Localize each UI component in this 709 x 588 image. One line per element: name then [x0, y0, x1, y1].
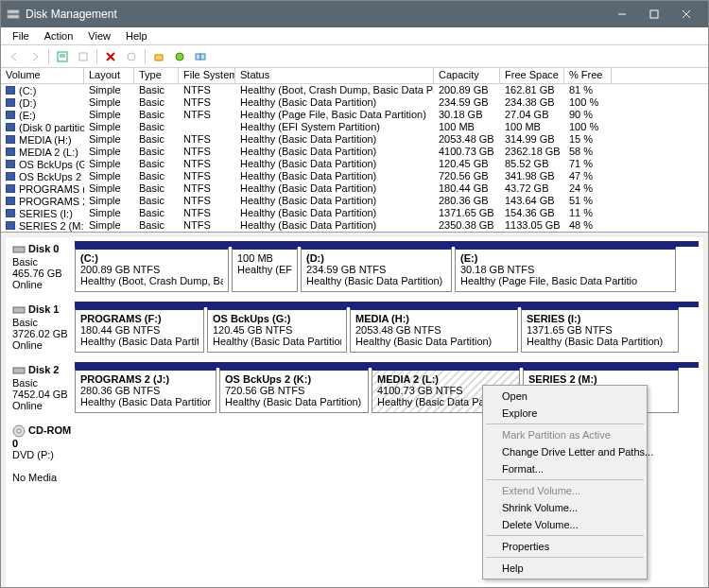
table-row[interactable]: PROGRAMS 2 (J:) SimpleBasicNTFSHealthy (…: [1, 195, 708, 207]
svg-rect-0: [8, 10, 19, 14]
volume-icon: [6, 123, 15, 131]
table-row[interactable]: MEDIA 2 (L:) SimpleBasicNTFSHealthy (Bas…: [1, 146, 708, 158]
cdrom-icon: [12, 424, 26, 438]
menu-action[interactable]: Action: [37, 28, 81, 43]
partition[interactable]: MEDIA (H:)2053.48 GB NTFSHealthy (Basic …: [350, 307, 518, 353]
refresh-button[interactable]: [53, 47, 72, 66]
table-row[interactable]: SERIES (I:) SimpleBasicNTFSHealthy (Basi…: [1, 207, 708, 219]
partition[interactable]: (D:)234.59 GB NTFSHealthy (Basic Data Pa…: [301, 247, 452, 292]
col-filesystem[interactable]: File System: [179, 68, 235, 83]
table-row[interactable]: SERIES 2 (M:) SimpleBasicNTFSHealthy (Ba…: [1, 219, 708, 232]
volume-icon: [6, 135, 15, 144]
col-status[interactable]: Status: [235, 68, 434, 83]
toolbar-divider: [96, 49, 97, 64]
svg-rect-15: [196, 54, 200, 60]
delete-button[interactable]: [101, 47, 120, 66]
disk-icon: [12, 303, 26, 317]
table-row[interactable]: OS BckUps 2 (K:) SimpleBasicNTFSHealthy …: [1, 170, 708, 182]
svg-point-21: [17, 429, 21, 433]
ctx-delete[interactable]: Delete Volume...: [485, 516, 645, 533]
disk-icon: [12, 364, 26, 377]
ctx-properties[interactable]: Properties: [485, 538, 645, 555]
volume-icon: [6, 111, 15, 119]
partition[interactable]: OS BckUps 2 (K:)720.56 GB NTFSHealthy (B…: [219, 368, 369, 413]
menu-file[interactable]: File: [5, 28, 37, 43]
window-title: Disk Management: [26, 8, 606, 21]
svg-rect-13: [155, 55, 163, 61]
table-header: Volume Layout Type File System Status Ca…: [1, 68, 708, 84]
table-row[interactable]: (Disk 0 partition 2) SimpleBasicHealthy …: [1, 121, 708, 133]
partition[interactable]: PROGRAMS 2 (J:)280.36 GB NTFSHealthy (Ba…: [75, 368, 216, 413]
toolbar-btn-9[interactable]: [191, 47, 210, 66]
back-button[interactable]: [5, 47, 24, 66]
ctx-shrink[interactable]: Shrink Volume...: [485, 499, 645, 516]
forward-button[interactable]: [26, 47, 44, 66]
menu-view[interactable]: View: [80, 28, 118, 43]
toolbar-btn-8[interactable]: [170, 47, 189, 66]
svg-rect-19: [13, 368, 25, 373]
partition[interactable]: 100 MBHealthy (EFI Sy: [232, 247, 298, 292]
svg-rect-18: [13, 307, 25, 313]
app-icon: [7, 8, 20, 21]
partition[interactable]: OS BckUps (G:)120.45 GB NTFSHealthy (Bas…: [207, 307, 347, 353]
ctx-explore[interactable]: Explore: [485, 405, 645, 422]
ctx-help[interactable]: Help: [485, 560, 645, 577]
col-pctfree[interactable]: % Free: [564, 68, 612, 83]
svg-rect-1: [8, 15, 19, 19]
svg-rect-16: [200, 54, 205, 60]
table-row[interactable]: (D:) SimpleBasicNTFSHealthy (Basic Data …: [1, 96, 708, 109]
volume-table: Volume Layout Type File System Status Ca…: [1, 68, 708, 233]
toolbar-divider: [145, 49, 146, 64]
table-row[interactable]: (E:) SimpleBasicNTFSHealthy (Page File, …: [1, 109, 708, 121]
menu-help[interactable]: Help: [118, 28, 155, 43]
volume-icon: [6, 172, 15, 181]
volume-icon: [6, 98, 15, 107]
col-layout[interactable]: Layout: [84, 68, 134, 83]
col-capacity[interactable]: Capacity: [434, 68, 500, 83]
volume-icon: [6, 197, 15, 205]
partition[interactable]: (E:)30.18 GB NTFSHealthy (Page File, Bas…: [455, 247, 676, 292]
volume-icon: [6, 86, 15, 95]
ctx-divider: [486, 535, 644, 536]
ctx-change-letter[interactable]: Change Drive Letter and Paths...: [485, 443, 645, 460]
volume-icon: [6, 147, 15, 156]
ctx-mark-active: Mark Partition as Active: [485, 426, 645, 443]
disk-1[interactable]: Disk 1Basic3726.02 GBOnlinePROGRAMS (F:)…: [10, 302, 699, 353]
col-volume[interactable]: Volume: [1, 68, 84, 83]
partition[interactable]: SERIES (I:)1371.65 GB NTFSHealthy (Basic…: [521, 307, 679, 353]
partition[interactable]: PROGRAMS (F:)180.44 GB NTFSHealthy (Basi…: [75, 307, 204, 353]
toolbar-btn-6[interactable]: [122, 47, 141, 66]
volume-icon: [6, 209, 15, 217]
close-button[interactable]: [670, 1, 702, 27]
maximize-button[interactable]: [638, 1, 670, 27]
table-row[interactable]: (C:) SimpleBasicNTFSHealthy (Boot, Crash…: [1, 84, 708, 96]
svg-point-12: [128, 53, 135, 61]
table-row[interactable]: PROGRAMS (F:) SimpleBasicNTFSHealthy (Ba…: [1, 182, 708, 195]
titlebar: Disk Management: [1, 1, 708, 27]
svg-point-14: [176, 53, 183, 61]
svg-rect-3: [650, 10, 658, 18]
table-row[interactable]: MEDIA (H:) SimpleBasicNTFSHealthy (Basic…: [1, 133, 708, 146]
volume-icon: [6, 160, 15, 168]
table-row[interactable]: OS BckUps (G:) SimpleBasicNTFSHealthy (B…: [1, 158, 708, 170]
partition[interactable]: (C:)200.89 GB NTFSHealthy (Boot, Crash D…: [75, 247, 229, 292]
volume-icon: [6, 184, 15, 193]
col-freespace[interactable]: Free Space: [500, 68, 564, 83]
menubar: File Action View Help: [1, 27, 708, 45]
cdrom-state: No Media: [12, 472, 57, 483]
ctx-open[interactable]: Open: [485, 388, 645, 405]
disk-icon: [12, 243, 26, 256]
toolbar-btn-4[interactable]: [74, 47, 93, 66]
svg-rect-17: [13, 247, 25, 252]
col-type[interactable]: Type: [134, 68, 179, 83]
disk-0[interactable]: Disk 0Basic465.76 GBOnline(C:)200.89 GB …: [10, 241, 699, 292]
toolbar: [1, 45, 708, 68]
ctx-format[interactable]: Format...: [485, 460, 645, 477]
ctx-divider: [486, 557, 644, 558]
cdrom-drive: DVD (P:): [12, 449, 54, 460]
ctx-extend: Extend Volume...: [485, 482, 645, 499]
toolbar-btn-7[interactable]: [149, 47, 168, 66]
volume-icon: [6, 221, 15, 230]
minimize-button[interactable]: [606, 1, 638, 27]
toolbar-divider: [48, 49, 49, 64]
